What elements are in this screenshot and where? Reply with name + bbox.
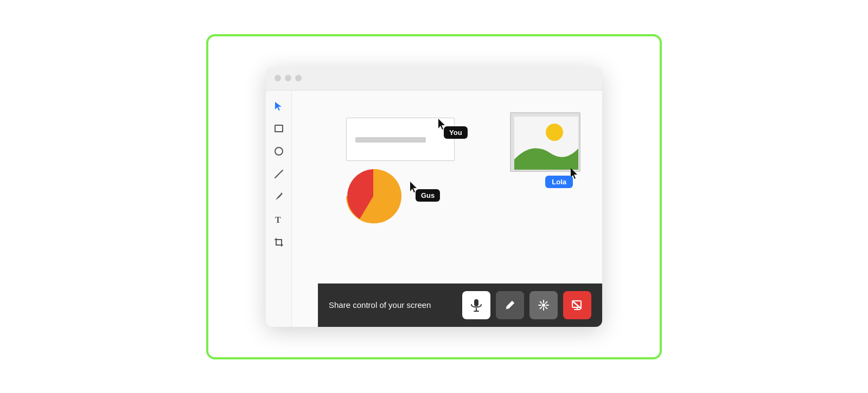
svg-marker-0 [275,102,282,111]
slide-line [355,137,426,143]
pen-tool[interactable] [272,190,285,203]
canvas-content: You [292,91,602,327]
svg-text:T: T [275,215,281,224]
pointer-effects-button[interactable] [529,291,558,319]
label-lola: Lola [545,176,573,188]
traffic-light-maximize[interactable] [295,75,302,81]
svg-rect-12 [474,299,478,306]
svg-point-15 [542,304,545,307]
traffic-light-minimize[interactable] [285,75,291,81]
sidebar: T [266,91,292,327]
text-tool[interactable]: T [272,213,285,226]
svg-point-10 [546,124,563,141]
circle-tool[interactable] [272,145,285,158]
svg-rect-1 [275,125,283,132]
crop-tool[interactable] [272,236,285,249]
svg-point-4 [280,192,282,194]
svg-line-3 [275,170,283,178]
cursor-gus: Gus [410,182,418,192]
svg-line-23 [540,307,542,308]
cursor-you: You [438,119,446,130]
draw-button[interactable] [496,291,524,319]
svg-point-2 [275,147,283,155]
traffic-light-close[interactable] [275,75,281,81]
stop-share-button[interactable] [563,291,591,319]
label-gus: Gus [416,189,440,202]
label-you: You [444,126,468,139]
titlebar [266,67,602,91]
traffic-lights [275,75,302,81]
line-tool[interactable] [272,167,285,181]
outer-frame: T [206,34,662,359]
svg-line-22 [546,301,547,303]
select-tool[interactable] [272,99,285,112]
share-control-text: Share control of your screen [329,300,457,310]
pie-chart [343,166,403,226]
cursor-lola: Lola [571,168,578,179]
window-body: T [266,91,602,327]
rectangle-tool[interactable] [272,122,285,135]
bottom-toolbar: Share control of your screen [318,284,602,327]
microphone-button[interactable] [462,291,490,319]
image-placeholder [510,112,580,172]
svg-line-21 [546,307,547,308]
app-window: T [266,67,602,327]
canvas-area: You [292,91,602,327]
svg-line-20 [540,301,542,303]
